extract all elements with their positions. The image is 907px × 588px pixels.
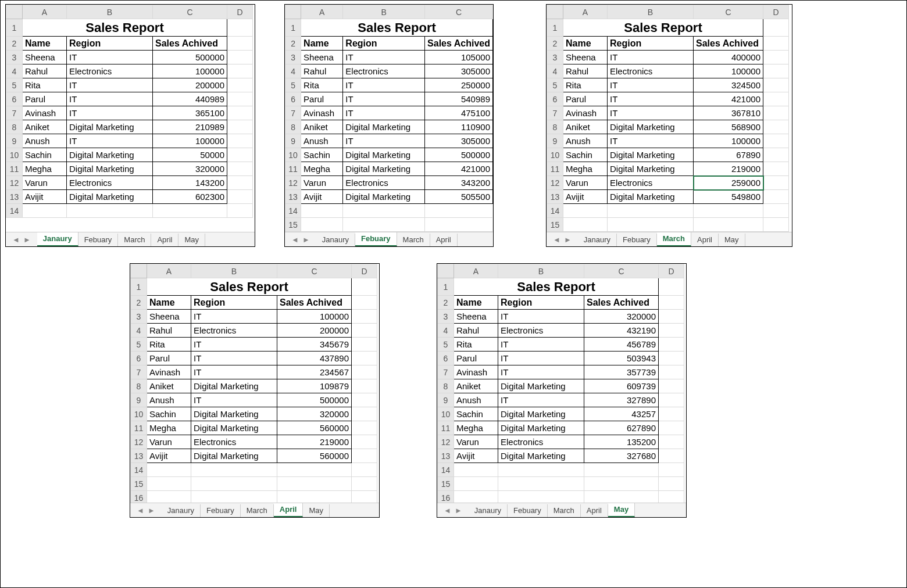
- cell[interactable]: [563, 218, 608, 232]
- cell-name[interactable]: Megha: [23, 162, 67, 176]
- cell-sales[interactable]: 568900: [694, 120, 763, 134]
- cell-name[interactable]: Parul: [147, 352, 191, 365]
- cell-sales[interactable]: 67890: [694, 148, 763, 162]
- cell-name[interactable]: Parul: [301, 92, 343, 106]
- tab-nav-arrow-icon[interactable]: ◄: [10, 235, 22, 244]
- cell-sales[interactable]: 627890: [584, 421, 659, 435]
- cell-region[interactable]: Digital Marketing: [498, 379, 584, 393]
- cell-name[interactable]: Parul: [23, 92, 67, 106]
- column-header-A[interactable]: A: [454, 264, 498, 278]
- cell-name[interactable]: Rita: [301, 78, 343, 92]
- cell-region[interactable]: Digital Marketing: [191, 407, 277, 421]
- cell[interactable]: [352, 393, 377, 407]
- row-header[interactable]: 8: [438, 379, 454, 393]
- sheet-tab-febuary[interactable]: Febuary: [617, 234, 657, 246]
- cell[interactable]: [659, 365, 684, 379]
- cell-name[interactable]: Varun: [301, 176, 343, 190]
- cell-name[interactable]: Rahul: [23, 64, 67, 78]
- sheet-tab-march[interactable]: March: [548, 504, 581, 517]
- cell-sales[interactable]: 100000: [694, 134, 763, 148]
- cell-name[interactable]: Sheena: [147, 310, 191, 324]
- tab-nav-arrow-icon[interactable]: ►: [562, 235, 573, 244]
- cell[interactable]: [227, 120, 253, 134]
- column-header-A[interactable]: A: [23, 5, 67, 19]
- cell[interactable]: [659, 407, 684, 421]
- cell[interactable]: [454, 477, 498, 491]
- cell-name[interactable]: Rita: [454, 338, 498, 352]
- cell-name[interactable]: Sachin: [147, 407, 191, 421]
- cell[interactable]: [352, 296, 377, 310]
- cell[interactable]: [659, 296, 684, 310]
- cell-region[interactable]: IT: [343, 106, 425, 120]
- column-header-D[interactable]: D: [659, 264, 684, 278]
- row-header[interactable]: 5: [547, 78, 563, 92]
- select-all-corner[interactable]: [438, 264, 454, 278]
- cell-name[interactable]: Avijit: [147, 449, 191, 463]
- cell-sales[interactable]: 345679: [277, 338, 352, 352]
- cell-region[interactable]: Digital Marketing: [608, 148, 694, 162]
- cell[interactable]: [227, 106, 253, 120]
- cell-sales[interactable]: 100000: [277, 310, 352, 324]
- cell[interactable]: [147, 463, 191, 477]
- cell-region[interactable]: IT: [498, 338, 584, 352]
- cell-name[interactable]: Sheena: [23, 51, 67, 64]
- cell-name[interactable]: Sheena: [563, 51, 608, 64]
- cell-sales[interactable]: 219000: [277, 435, 352, 449]
- row-header[interactable]: 8: [547, 120, 563, 134]
- select-all-corner[interactable]: [131, 264, 147, 278]
- cell-name[interactable]: Sheena: [454, 310, 498, 324]
- cell-region[interactable]: Digital Marketing: [191, 421, 277, 435]
- row-header[interactable]: 5: [131, 338, 147, 352]
- cell[interactable]: [352, 435, 377, 449]
- cell[interactable]: [352, 477, 377, 491]
- column-header-C[interactable]: C: [153, 5, 227, 19]
- row-header[interactable]: 5: [438, 338, 454, 352]
- row-header[interactable]: 13: [285, 190, 301, 204]
- column-header-B[interactable]: B: [498, 264, 584, 278]
- table-header-name[interactable]: Name: [147, 296, 191, 310]
- cell-region[interactable]: IT: [67, 51, 153, 64]
- cell[interactable]: [659, 463, 684, 477]
- row-header[interactable]: 1: [547, 19, 563, 37]
- cell-region[interactable]: Digital Marketing: [343, 120, 425, 134]
- row-header[interactable]: 6: [6, 92, 23, 106]
- sheet-tab-april[interactable]: April: [151, 234, 178, 246]
- cell-sales[interactable]: 105000: [425, 51, 493, 64]
- tab-nav-arrow-icon[interactable]: ►: [146, 506, 157, 515]
- cell-name[interactable]: Sachin: [454, 407, 498, 421]
- sheet-tab-may[interactable]: May: [719, 234, 745, 246]
- sheet-tab-janaury[interactable]: Janaury: [37, 232, 78, 246]
- row-header[interactable]: 3: [547, 51, 563, 64]
- spreadsheet-grid[interactable]: ABCD1Sales Report2NameRegionSales Achive…: [437, 264, 684, 505]
- cell[interactable]: [147, 477, 191, 491]
- row-header[interactable]: 14: [547, 204, 563, 218]
- sheet-tab-march[interactable]: March: [118, 234, 151, 246]
- cell-sales[interactable]: 440989: [153, 92, 227, 106]
- cell-sales[interactable]: 505500: [425, 190, 493, 204]
- cell-region[interactable]: Electronics: [608, 64, 694, 78]
- cell-region[interactable]: Electronics: [343, 176, 425, 190]
- cell[interactable]: [694, 218, 763, 232]
- cell-sales[interactable]: 250000: [425, 78, 493, 92]
- select-all-corner[interactable]: [547, 5, 563, 19]
- cell-sales[interactable]: 200000: [153, 78, 227, 92]
- cell-name[interactable]: Anush: [454, 393, 498, 407]
- cell-name[interactable]: Varun: [147, 435, 191, 449]
- cell-sales[interactable]: 609739: [584, 379, 659, 393]
- sheet-tab-febuary[interactable]: Febuary: [78, 234, 119, 246]
- row-header[interactable]: 9: [438, 393, 454, 407]
- cell-sales[interactable]: 500000: [277, 393, 352, 407]
- cell-region[interactable]: Electronics: [191, 435, 277, 449]
- sheet-tab-febuary[interactable]: Febuary: [355, 232, 397, 246]
- cell[interactable]: [352, 310, 377, 324]
- table-header-region[interactable]: Region: [191, 296, 277, 310]
- cell[interactable]: [763, 78, 789, 92]
- cell-sales[interactable]: 602300: [153, 190, 227, 204]
- cell-sales[interactable]: 456789: [584, 338, 659, 352]
- row-header[interactable]: 4: [547, 64, 563, 78]
- table-header-region[interactable]: Region: [498, 296, 584, 310]
- sheet-tab-april[interactable]: April: [430, 234, 458, 246]
- cell[interactable]: [763, 148, 789, 162]
- cell-sales[interactable]: 437890: [277, 352, 352, 365]
- cell[interactable]: [227, 134, 253, 148]
